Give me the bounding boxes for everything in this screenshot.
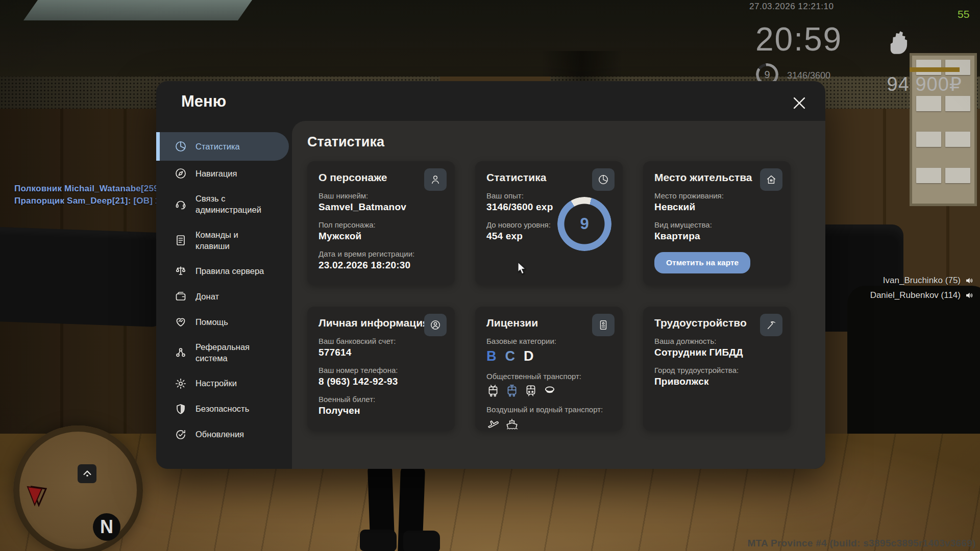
close-icon[interactable]	[791, 94, 808, 112]
sidebar-item-label: Связь с администрацией	[195, 193, 273, 216]
field-label: Ваш банковский счет:	[318, 337, 444, 345]
sidebar-item-server-rules[interactable]: Правила сервера	[156, 258, 289, 284]
player-marker-icon	[26, 485, 49, 509]
field-label: Общественный транспорт:	[486, 372, 611, 381]
field-label: Ваша должность:	[654, 337, 779, 345]
card-statistics: Статистика Ваш опыт: 3146/3600 exp До но…	[475, 161, 623, 285]
sidebar-item-settings[interactable]: Настройки	[156, 371, 289, 396]
field-label: Дата и время регистрации:	[318, 249, 444, 258]
sidebar-item-admin-contact[interactable]: Связь с администрацией	[156, 186, 289, 222]
compass-icon	[175, 167, 187, 180]
card-licenses: Лицензии Базовые категории: B C D Общест…	[475, 307, 623, 431]
field-label: Ваш номер телефона:	[318, 366, 444, 374]
sidebar-item-label: Настройки	[195, 378, 273, 389]
field-label: Город трудоустройства:	[654, 366, 779, 374]
sidebar-item-security[interactable]: Безопасность	[156, 396, 289, 422]
sidebar-item-referral[interactable]: Реферальная система	[156, 335, 289, 371]
field-value: 577614	[318, 347, 444, 358]
fist-icon	[887, 24, 911, 58]
id-card-icon	[592, 314, 615, 336]
wallet-icon	[175, 290, 187, 303]
license-categories: B C D	[486, 348, 611, 364]
person-icon	[424, 168, 447, 191]
sidebar: Статистика Навигация Связь с администрац…	[156, 132, 292, 447]
game-clock: 20:59	[755, 20, 842, 58]
sidebar-item-updates[interactable]: Обновления	[156, 422, 289, 447]
section-title: Статистика	[307, 134, 825, 150]
tram-icon	[505, 384, 519, 397]
card-employment: Трудоустройство Ваша должность: Сотрудни…	[643, 307, 791, 431]
voice-player: Ivan_Bruchinko (75)	[883, 276, 974, 286]
field-value: 23.02.2026 18:20:30	[318, 260, 444, 271]
mouse-cursor	[517, 262, 527, 278]
home-marker-icon	[78, 464, 96, 483]
card-personal-info: Личная информация Ваш банковский счет: 5…	[307, 307, 455, 431]
commands-icon	[175, 234, 187, 246]
plane-icon	[486, 417, 500, 431]
field-value: Невский	[654, 202, 779, 213]
card-residence: Место жительства Место проживания: Невск…	[643, 161, 791, 285]
voice-chat-list: Ivan_Bruchinko (75) Daniel_Rubenkov (114…	[870, 276, 974, 300]
scales-icon	[175, 265, 187, 277]
police-cap-icon	[543, 384, 556, 397]
compass-north-badge: N	[93, 513, 120, 541]
sidebar-item-label: Правила сервера	[195, 265, 273, 277]
sidebar-item-commands[interactable]: Команды и клавиши	[156, 222, 289, 259]
pie-chart-icon	[592, 168, 615, 191]
sidebar-item-label: Статистика	[195, 141, 273, 152]
train-icon	[524, 384, 537, 397]
field-label: Воздушный и водный транспорт:	[486, 405, 611, 414]
sidebar-item-label: Донат	[195, 291, 273, 302]
sidebar-item-label: Обновления	[195, 429, 273, 440]
build-watermark: MTA Province #4 (build: s3895c3895r1403v…	[747, 538, 976, 549]
field-value: 8 (963) 142-92-93	[318, 376, 444, 387]
gold-progress-bar	[910, 67, 960, 72]
card-about-character: О персонаже Ваш никнейм: Samvel_Batmanov…	[307, 161, 455, 285]
air-water-transport-icons	[486, 417, 611, 431]
sidebar-item-label: Реферальная система	[195, 341, 273, 364]
fps-counter: 55	[958, 8, 969, 20]
exp-counter: 3146/3600	[787, 70, 830, 81]
field-value: Приволжск	[654, 376, 779, 387]
headset-icon	[175, 198, 187, 210]
speaker-icon	[965, 276, 974, 285]
field-value: Получен	[318, 405, 444, 416]
voice-player-name: Ivan_Bruchinko (75)	[883, 276, 961, 286]
pickaxe-icon	[760, 314, 782, 336]
voice-player-name: Daniel_Rubenkov (114)	[870, 290, 961, 300]
field-value: Квартира	[654, 231, 779, 242]
ship-icon	[505, 417, 519, 431]
field-value: Сотрудник ГИБДД	[654, 347, 779, 358]
sidebar-item-help[interactable]: Помощь	[156, 309, 289, 335]
sidebar-item-statistics[interactable]: Статистика	[156, 132, 289, 161]
speaker-icon	[965, 291, 974, 300]
sidebar-item-label: Навигация	[195, 168, 273, 179]
menu-title: Меню	[181, 92, 226, 111]
sidebar-item-donate[interactable]: Донат	[156, 284, 289, 309]
category-b: B	[486, 348, 497, 364]
sidebar-item-label: Помощь	[195, 316, 273, 328]
pie-chart-icon	[175, 140, 187, 153]
field-label: Пол персонажа:	[318, 220, 444, 229]
public-transport-icons	[486, 384, 611, 397]
field-value: Samvel_Batmanov	[318, 202, 444, 213]
shield-icon	[175, 403, 187, 415]
heart-hands-icon	[175, 316, 187, 328]
menu-panel: Меню Статистика Навигация Связь с админи…	[156, 81, 825, 469]
person-circle-icon	[424, 314, 447, 336]
sidebar-item-navigation[interactable]: Навигация	[156, 161, 289, 186]
gear-icon	[175, 378, 187, 390]
category-c: C	[505, 348, 516, 364]
sidebar-item-label: Безопасность	[195, 403, 273, 414]
field-label: Базовые категории:	[486, 337, 611, 345]
exp-ring-level: 9	[557, 197, 611, 251]
mark-on-map-button[interactable]: Отметить на карте	[654, 252, 750, 273]
referral-icon	[175, 346, 187, 359]
menu-content: Статистика О персонаже Ваш никнейм: Samv…	[292, 121, 825, 469]
field-label: Военный билет:	[318, 395, 444, 404]
trolleybus-icon	[486, 384, 500, 397]
hud-datetime: 27.03.2026 12:21:10	[749, 2, 834, 12]
minimap: N	[13, 425, 143, 551]
field-label: Вид имущества:	[654, 220, 779, 229]
cards-grid: О персонаже Ваш никнейм: Samvel_Batmanov…	[307, 161, 825, 431]
